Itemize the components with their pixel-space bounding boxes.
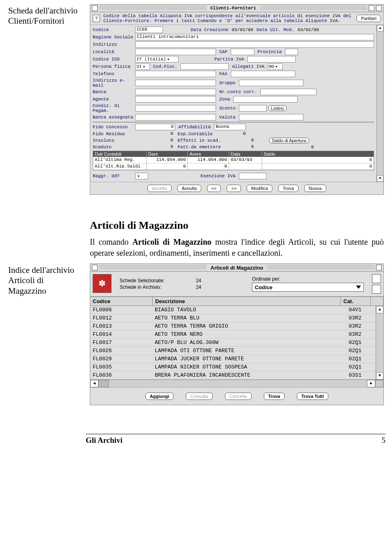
table-row[interactable]: FL0029LAMPADA JUCKER OTTONE PARETE02Q1 — [90, 355, 376, 363]
allegati-select[interactable]: NO▼ — [268, 63, 283, 70]
cell-descrizione: BRERA PLAFONIERA INCANDESCENTE — [152, 371, 346, 379]
cod-fisc-input[interactable] — [180, 63, 229, 70]
close-icon[interactable] — [92, 265, 98, 270]
cell-categoria: 03S1 — [346, 371, 376, 379]
cell-codice: FL0026 — [90, 347, 152, 355]
cell-descrizione: AETO TERRA NERO — [152, 330, 346, 338]
fido-concesso-input[interactable]: 0 — [135, 124, 175, 130]
banca-input[interactable] — [135, 89, 216, 95]
accetta-button[interactable]: Accetta — [147, 185, 172, 192]
localita-input[interactable] — [135, 49, 216, 55]
resize-handle-icon[interactable] — [375, 380, 383, 387]
column-descrizione[interactable]: Descrizione — [153, 297, 341, 306]
raggr-select[interactable]: ▼ — [135, 173, 148, 179]
view-icon-2[interactable] — [372, 285, 381, 294]
scroll-down-icon[interactable]: ▼ — [376, 372, 383, 380]
esenzione-input[interactable] — [239, 173, 267, 179]
table-row[interactable]: FL0017AETO/P BLU ALOG.300W02Q1 — [90, 339, 376, 347]
table-row[interactable]: FL0036BRERA PLAFONIERA INCANDESCENTE03S1 — [90, 371, 376, 380]
view-icon-1[interactable] — [372, 274, 381, 283]
table-row[interactable]: FL0014AETO TERRA NERO03R2 — [90, 330, 376, 339]
codice-input[interactable]: CCEE — [135, 27, 163, 33]
ragione-input[interactable]: Clienti intracomunitari — [135, 34, 374, 40]
chevron-down-icon: ▼ — [276, 65, 278, 69]
email-input[interactable] — [135, 80, 216, 86]
scroll-left-icon[interactable]: ◀ — [90, 380, 98, 387]
agente-input[interactable] — [135, 96, 216, 103]
titlebar-stripes — [260, 6, 367, 11]
fax-input[interactable] — [231, 71, 295, 77]
zoom-icon[interactable] — [376, 265, 382, 270]
annulla-button[interactable]: Annulla — [177, 185, 201, 192]
scroll-down-icon[interactable]: ▼ — [377, 175, 383, 182]
aggiungi-button[interactable]: Aggiungi — [145, 393, 174, 400]
collapse-icon[interactable] — [376, 5, 382, 11]
sconto-input[interactable] — [239, 105, 267, 112]
table-row[interactable]: FL0026LAMPADA OTI OTTONE PARETE02Q1 — [90, 347, 376, 355]
table-header: Codice Descrizione Cat. — [90, 297, 383, 306]
label-data-mod: Data Ult. Mod. — [255, 27, 296, 32]
valuta-input[interactable] — [239, 114, 303, 121]
label-zona: Zona — [218, 97, 232, 102]
help-icon[interactable]: ? — [93, 15, 100, 22]
consulta-button[interactable]: Consulta — [186, 393, 212, 400]
partita-iva-input[interactable] — [247, 56, 296, 63]
vertical-scrollbar[interactable]: ▲ ▼ — [376, 306, 383, 380]
scroll-up-icon[interactable]: ▲ — [376, 306, 383, 313]
window-titlebar: Clienti-Fornitori — [90, 4, 383, 12]
cell-categoria: 04V1 — [346, 306, 376, 314]
label-condiz: Condiz. di Pagam. — [93, 103, 134, 113]
scroll-thumb[interactable] — [98, 380, 109, 387]
zoom-icon[interactable] — [369, 5, 374, 11]
trova-button[interactable]: Trova — [264, 393, 285, 400]
next-button[interactable]: >> — [227, 185, 241, 192]
trova-button[interactable]: Trova — [278, 185, 298, 192]
horizontal-scrollbar[interactable]: ◀ ▶ — [90, 380, 375, 387]
nuova-button[interactable]: Nuova — [304, 185, 326, 192]
condiz-input[interactable] — [135, 105, 216, 112]
prev-button[interactable]: << — [207, 185, 221, 192]
gruppo-input[interactable] — [239, 80, 303, 86]
table-row[interactable]: FL0006BIAGIO TAVOLO04V1 — [90, 306, 376, 314]
vertical-scrollbar[interactable]: ▲ ▼ — [376, 25, 383, 182]
label-banca: Banca — [93, 89, 134, 94]
label-effetti: Effetti in scad. — [176, 138, 223, 143]
cell-categoria: 03R2 — [346, 314, 376, 322]
table-row[interactable]: FL0012AETO TERRA BLU03R2 — [90, 314, 376, 322]
table-row[interactable]: FL0013AETO TERRA TERRA GRIGIO03R2 — [90, 322, 376, 330]
indirizzo-input[interactable] — [135, 41, 374, 48]
close-icon[interactable] — [92, 5, 98, 11]
persona-fisica-select[interactable]: SI▼ — [135, 63, 150, 70]
column-codice[interactable]: Codice — [90, 297, 153, 306]
affidabilita-input[interactable]: Buona — [214, 124, 246, 130]
banca-ass-input[interactable] — [135, 114, 216, 121]
cell-descrizione: BIAGIO TAVOLO — [152, 306, 346, 314]
column-categoria[interactable]: Cat. — [341, 297, 371, 306]
window-title: Clienti-Fornitori — [208, 6, 258, 11]
partitari-button[interactable]: Partitari — [356, 15, 381, 22]
cap-input[interactable] — [231, 49, 254, 55]
codice-iso-select[interactable]: IT (Italia)▼ — [135, 56, 178, 63]
nr-conto-input[interactable] — [260, 89, 316, 95]
telefono-input[interactable] — [135, 71, 216, 77]
fido-residuo-value: 0 — [135, 131, 174, 137]
label-localita: Località — [93, 49, 134, 54]
effetti-value: 0 — [224, 138, 255, 143]
scroll-up-icon[interactable]: ▲ — [377, 25, 383, 31]
label-codice-iso: Codice ISO — [93, 57, 134, 62]
label-fax: FAX — [218, 71, 229, 76]
label-fatt-emettere: Fatt.da emettere — [176, 145, 223, 150]
table-row[interactable]: FL0035LAMPADA NICKER OTTONE SOSPESA02Q1 — [90, 363, 376, 371]
cell-categoria: 02Q1 — [346, 339, 376, 346]
modifica-button[interactable]: Modifica — [247, 185, 272, 192]
cancella-button[interactable]: Cancella — [225, 393, 252, 400]
ordinate-select[interactable]: Codice — [252, 283, 364, 292]
zona-input[interactable] — [233, 96, 298, 103]
listino-button[interactable]: Listino — [268, 105, 287, 111]
trova-tutti-button[interactable]: Trova Tutti — [297, 393, 328, 400]
saldo-apertura-button[interactable]: Saldo di Apertura — [269, 138, 309, 143]
provincia-input[interactable] — [285, 49, 298, 55]
scroll-right-icon[interactable]: ▶ — [367, 380, 375, 387]
scaduto-value: 0 — [135, 144, 174, 150]
label-partita-iva: Partita IVA — [213, 57, 246, 62]
